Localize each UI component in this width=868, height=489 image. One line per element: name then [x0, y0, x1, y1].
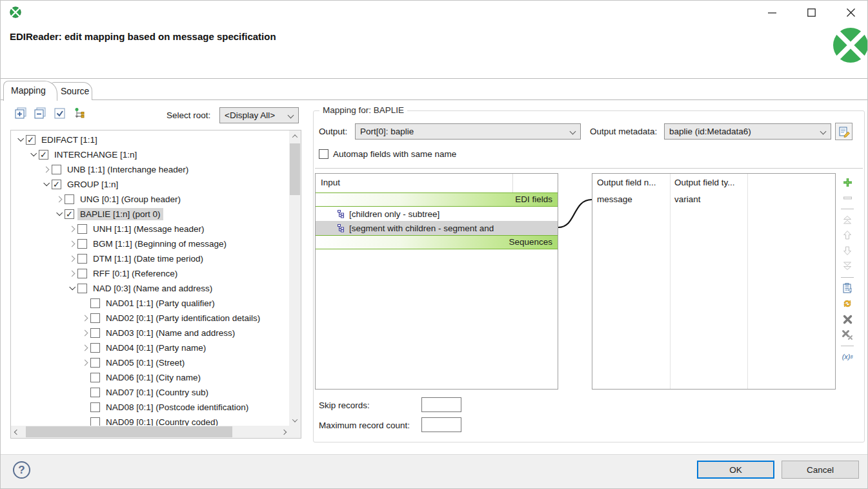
- expander-open-icon[interactable]: [28, 152, 39, 157]
- output-dropdown[interactable]: Port[0]: baplie: [355, 123, 581, 140]
- tab-mapping[interactable]: Mapping: [3, 81, 57, 101]
- tree-checkbox[interactable]: [77, 239, 87, 249]
- tree-row[interactable]: NAD01 [1:1] (Party qualifier): [11, 296, 289, 311]
- expand-all-icon[interactable]: [14, 107, 27, 120]
- tree-row[interactable]: UNG [0:1] (Group header): [11, 192, 289, 207]
- tree-row[interactable]: NAD04 [0:1] (Party name): [11, 340, 289, 355]
- tree-row[interactable]: NAD07 [0:1] (Country sub): [11, 385, 289, 400]
- tree-row[interactable]: NAD03 [0:1] (Name and address): [11, 326, 289, 340]
- clear-mapping-icon[interactable]: [841, 313, 854, 326]
- tree-checkbox[interactable]: [77, 269, 87, 278]
- tree-row[interactable]: RFF [0:1] (Reference): [11, 266, 289, 281]
- tree-checkbox[interactable]: [90, 328, 100, 338]
- tree-checkbox[interactable]: [90, 402, 100, 412]
- output-table-header[interactable]: Output field n...Output field ty...: [592, 174, 835, 192]
- input-field-row[interactable]: [segment with children - segment and: [316, 221, 558, 235]
- expander-closed-icon[interactable]: [66, 227, 77, 231]
- output-metadata-dropdown[interactable]: baplie (id:Metadata6): [664, 123, 831, 140]
- ok-button[interactable]: OK: [697, 461, 774, 479]
- tree-row[interactable]: NAD02 [0:1] (Party identification detail…: [11, 311, 289, 326]
- clear-all-mappings-icon[interactable]: [841, 328, 854, 341]
- expander-closed-icon[interactable]: [79, 316, 90, 320]
- automap-icon[interactable]: [841, 297, 854, 310]
- remove-field-icon[interactable]: [841, 191, 854, 204]
- tree-row[interactable]: ✓GROUP [1:n]: [11, 177, 289, 192]
- tree-checkbox[interactable]: [77, 224, 87, 234]
- select-root-dropdown[interactable]: <Display All>: [219, 107, 299, 123]
- move-top-icon[interactable]: [841, 213, 854, 226]
- tree-row[interactable]: NAD05 [0:1] (Street): [11, 355, 289, 370]
- add-field-icon[interactable]: [841, 176, 854, 189]
- tree-checkbox[interactable]: [90, 313, 100, 323]
- expander-open-icon[interactable]: [41, 182, 52, 187]
- expander-closed-icon[interactable]: [79, 360, 90, 365]
- maximize-button[interactable]: [796, 1, 826, 24]
- move-up-icon[interactable]: [841, 229, 854, 242]
- output-field-cell: message: [592, 192, 670, 207]
- tree-row[interactable]: NAD09 [0:1] (Country coded): [11, 415, 289, 426]
- tree-checkbox[interactable]: ✓: [52, 180, 61, 189]
- expander-open-icon[interactable]: [54, 212, 65, 216]
- tree-checkbox[interactable]: [65, 194, 74, 204]
- output-field-row[interactable]: messagevariant: [592, 192, 835, 207]
- expander-open-icon[interactable]: [66, 286, 77, 291]
- edit-metadata-button[interactable]: [835, 123, 853, 140]
- skip-records-input[interactable]: [421, 397, 461, 412]
- paste-fields-icon[interactable]: [841, 282, 854, 295]
- tree-row[interactable]: ✓BAPLIE [1:n] (port 0): [11, 207, 289, 222]
- tree-row[interactable]: ✓INTERCHANGE [1:n]: [11, 147, 289, 162]
- move-down-icon[interactable]: [841, 244, 854, 257]
- expander-closed-icon[interactable]: [66, 256, 77, 261]
- tree-row[interactable]: UNB [1:1] (Interchange header): [11, 162, 289, 177]
- help-icon[interactable]: ?: [13, 461, 30, 479]
- tree-checkbox[interactable]: [77, 254, 87, 264]
- expander-closed-icon[interactable]: [66, 242, 77, 246]
- tree-checkbox[interactable]: [90, 358, 100, 368]
- scroll-left-icon[interactable]: [11, 426, 22, 438]
- tree-checkbox[interactable]: [77, 284, 87, 293]
- tree-checkbox[interactable]: [52, 165, 61, 174]
- automap-checkbox[interactable]: [319, 149, 328, 159]
- cancel-button[interactable]: Cancel: [782, 461, 859, 479]
- output-column-header[interactable]: Output field n...: [592, 174, 670, 192]
- vertical-scroll-thumb[interactable]: [290, 143, 300, 195]
- tree-checkbox[interactable]: ✓: [39, 150, 48, 160]
- tree-row[interactable]: UNH [1:1] (Message header): [11, 222, 289, 236]
- scroll-down-icon[interactable]: [289, 415, 301, 426]
- expander-open-icon[interactable]: [15, 138, 26, 142]
- tree-checkbox[interactable]: [90, 343, 100, 353]
- max-record-count-input[interactable]: [421, 417, 461, 432]
- tree-checkbox[interactable]: [90, 298, 100, 308]
- horizontal-scroll-thumb[interactable]: [26, 426, 232, 437]
- expander-closed-icon[interactable]: [54, 197, 65, 202]
- scroll-up-icon[interactable]: [289, 130, 301, 141]
- input-column-header[interactable]: Input: [316, 174, 558, 192]
- tree-row[interactable]: DTM [1:1] (Date time period): [11, 251, 289, 266]
- check-items-icon[interactable]: [53, 107, 66, 120]
- tree-vertical-scrollbar[interactable]: [289, 130, 301, 426]
- expander-closed-icon[interactable]: [41, 167, 52, 172]
- tree-row[interactable]: NAD08 [0:1] (Postcode identification): [11, 400, 289, 415]
- tree-row[interactable]: NAD06 [0:1] (City name): [11, 370, 289, 385]
- tree-checkbox[interactable]: [90, 373, 100, 382]
- locate-item-icon[interactable]: [72, 107, 85, 120]
- tree-checkbox[interactable]: ✓: [26, 135, 35, 145]
- tree-row[interactable]: ✓EDIFACT [1:1]: [11, 132, 289, 147]
- minimize-button[interactable]: [757, 1, 787, 24]
- collapse-all-icon[interactable]: [34, 107, 46, 120]
- move-bottom-icon[interactable]: [841, 260, 854, 273]
- tree-checkbox[interactable]: ✓: [65, 209, 74, 219]
- tree-checkbox[interactable]: [90, 388, 100, 397]
- output-column-header[interactable]: Output field ty...: [670, 174, 747, 192]
- expander-closed-icon[interactable]: [79, 346, 90, 350]
- edit-expression-icon[interactable]: (x)8: [841, 350, 854, 363]
- tree-row[interactable]: BGM [1:1] (Beginning of message): [11, 236, 289, 251]
- tree-checkbox[interactable]: [90, 417, 100, 426]
- scroll-right-icon[interactable]: [278, 426, 289, 438]
- input-field-row[interactable]: [children only - subtree]: [316, 207, 558, 221]
- close-button[interactable]: [836, 1, 865, 24]
- tree-row[interactable]: NAD [0:3] (Name and address): [11, 281, 289, 296]
- expander-closed-icon[interactable]: [79, 331, 90, 335]
- tree-horizontal-scrollbar[interactable]: [11, 426, 289, 438]
- expander-closed-icon[interactable]: [66, 271, 77, 276]
